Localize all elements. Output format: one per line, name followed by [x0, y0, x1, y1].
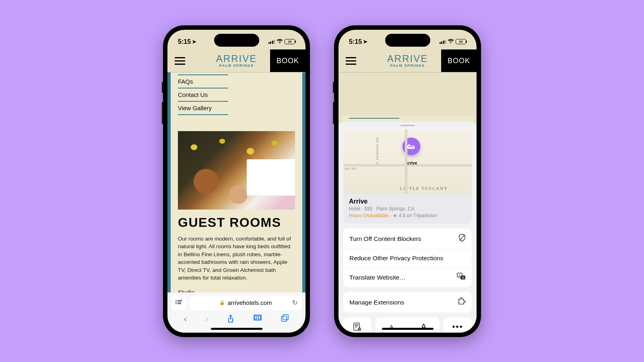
link-faqs[interactable]: FAQs: [178, 74, 228, 88]
sheet-handle[interactable]: [400, 125, 415, 127]
menu-button[interactable]: [167, 57, 190, 65]
dynamic-island: [385, 34, 430, 47]
hours-status: Hours Unavailable: [349, 213, 388, 218]
place-info: Arrive Hotel · $$$ · Palm Springs, CA Ho…: [343, 194, 472, 224]
clock: 5:15: [178, 38, 191, 45]
price-tier: $$$: [364, 206, 372, 212]
svg-rect-4: [178, 302, 181, 302]
svg-text:A: A: [458, 274, 460, 277]
section-body: Our rooms are modern, comfortable, and f…: [178, 235, 295, 282]
wifi-icon: [448, 39, 454, 45]
battery-icon: 29: [285, 39, 295, 44]
link-contact[interactable]: Contact Us: [178, 88, 228, 102]
address-bar[interactable]: 🔒 arrivehotels.com ↻: [190, 296, 301, 310]
tabs-button[interactable]: [281, 314, 289, 325]
menu-group-privacy: Turn Off Content Blockers Reduce Other P…: [343, 228, 472, 287]
book-button[interactable]: BOOK: [441, 49, 477, 72]
menu-group-extensions: Manage Extensions: [343, 292, 472, 313]
screen: 5:15 ➤ 29 ARRIVE PALM SPRINGS BOOK FAQs: [339, 30, 477, 333]
brand-logo[interactable]: ARRIVE PALM SPRINGS: [216, 54, 257, 68]
bookmarks-button[interactable]: [253, 314, 262, 325]
area-label: LITTLE TUSCANY: [400, 186, 448, 191]
page-settings-button[interactable]: [171, 296, 187, 310]
translate-icon: A文: [457, 273, 466, 282]
book-button[interactable]: BOOK: [270, 49, 305, 72]
reduce-privacy-protections[interactable]: Reduce Other Privacy Protections: [343, 249, 472, 267]
svg-rect-0: [175, 300, 177, 301]
map-pin-icon: [402, 138, 420, 155]
page-settings-sheet: N KAWEAH RD NS RD Arrive LITTLE TUSCANY …: [339, 122, 477, 333]
safari-toolbar: 🔒 arrivehotels.com ↻ ‹ ›: [167, 292, 305, 333]
reload-icon[interactable]: ↻: [292, 299, 297, 306]
svg-rect-7: [283, 315, 288, 320]
reader-mode-button[interactable]: [343, 317, 372, 333]
phone-left: 5:15 ➤ 29 ARRIVE PALM SPRINGS BOOK FAQs: [163, 25, 310, 337]
map-thumbnail: N KAWEAH RD NS RD Arrive LITTLE TUSCANY: [343, 130, 472, 194]
font-size-control[interactable]: A A: [376, 317, 440, 333]
more-button[interactable]: •••: [444, 317, 472, 333]
battery-icon: 29: [456, 39, 466, 44]
svg-point-6: [180, 299, 182, 301]
place-name: Arrive: [349, 198, 466, 205]
place-location: Palm Springs, CA: [376, 206, 415, 212]
shield-off-icon: [458, 234, 466, 244]
location-arrow-icon: ➤: [192, 39, 196, 45]
brand-location: PALM SPRINGS: [387, 64, 428, 68]
clock: 5:15: [349, 38, 362, 45]
cellular-signal-icon: [268, 40, 275, 44]
puzzle-icon: [458, 297, 466, 307]
svg-rect-8: [281, 316, 287, 321]
svg-rect-2: [175, 303, 177, 304]
url-text: arrivehotels.com: [227, 299, 272, 306]
street-label: NS RD: [345, 167, 357, 171]
cellular-signal-icon: [440, 40, 446, 44]
link-gallery[interactable]: View Gallery: [178, 102, 228, 115]
safari-nav: ‹ ›: [167, 313, 305, 326]
site-header: ARRIVE PALM SPRINGS BOOK: [167, 50, 305, 72]
increase-font-icon[interactable]: A: [408, 322, 440, 331]
svg-rect-5: [178, 303, 181, 304]
brand-location: PALM SPRINGS: [216, 64, 257, 68]
svg-text:文: 文: [462, 276, 464, 279]
place-category: Hotel: [349, 206, 360, 212]
back-button[interactable]: ‹: [184, 314, 187, 325]
rating-value: 4.5: [399, 213, 406, 218]
svg-rect-10: [408, 146, 414, 147]
location-arrow-icon: ➤: [363, 39, 367, 45]
home-indicator[interactable]: [211, 328, 262, 330]
street-label: N KAWEAH RD: [376, 137, 379, 164]
place-card[interactable]: N KAWEAH RD NS RD Arrive LITTLE TUSCANY …: [343, 130, 472, 224]
brand-logo[interactable]: ARRIVE PALM SPRINGS: [387, 54, 428, 68]
site-header: ARRIVE PALM SPRINGS BOOK: [339, 50, 477, 72]
menu-button[interactable]: [339, 57, 361, 65]
forward-button: ›: [206, 314, 208, 325]
brand-name: ARRIVE: [216, 54, 257, 64]
toggle-content-blockers[interactable]: Turn Off Content Blockers: [343, 228, 472, 249]
brand-name: ARRIVE: [387, 54, 428, 64]
rating-source: on Tripadvisor: [407, 213, 437, 218]
section-title: GUEST ROOMS: [178, 215, 295, 230]
manage-extensions[interactable]: Manage Extensions: [343, 292, 472, 313]
wifi-icon: [277, 39, 283, 45]
dynamic-island: [214, 34, 259, 47]
pin-label: Arrive: [402, 161, 420, 165]
share-button[interactable]: [227, 314, 234, 325]
home-indicator[interactable]: [382, 328, 433, 330]
room-image: [178, 131, 295, 210]
svg-rect-16: [354, 323, 359, 330]
svg-rect-1: [175, 302, 177, 302]
svg-line-21: [360, 330, 361, 331]
screen: 5:15 ➤ 29 ARRIVE PALM SPRINGS BOOK FAQs: [167, 30, 305, 333]
lock-icon: 🔒: [219, 300, 225, 305]
phone-right: 5:15 ➤ 29 ARRIVE PALM SPRINGS BOOK FAQs: [334, 25, 481, 337]
translate-website[interactable]: Translate Website… A文: [343, 267, 472, 287]
